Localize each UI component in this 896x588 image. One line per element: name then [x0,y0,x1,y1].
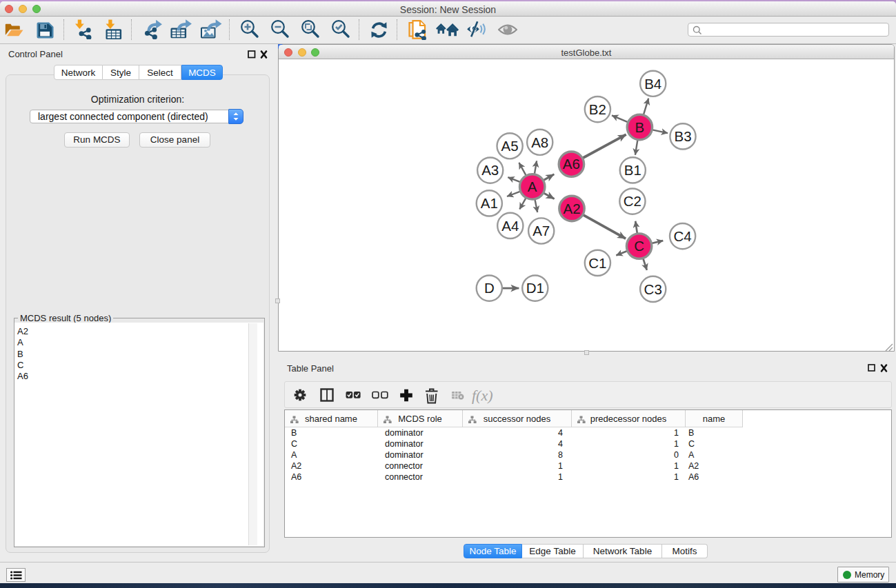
svg-text:B2: B2 [589,101,606,117]
svg-text:A: A [528,179,537,194]
svg-text:A6: A6 [563,156,580,172]
svg-text:C4: C4 [673,228,691,244]
svg-text:D1: D1 [526,280,544,296]
svg-text:B: B [635,119,645,135]
svg-text:A8: A8 [531,134,548,150]
svg-text:A4: A4 [501,218,519,234]
svg-text:B1: B1 [624,162,641,178]
svg-text:B4: B4 [644,76,661,92]
svg-text:f(x): f(x) [472,387,493,404]
svg-text:A1: A1 [481,195,498,211]
svg-text:A5: A5 [501,138,519,154]
svg-text:A2: A2 [563,201,580,216]
svg-text:C1: C1 [588,255,606,271]
svg-text:C2: C2 [624,193,641,209]
svg-text:C3: C3 [644,281,662,297]
svg-text:A7: A7 [532,223,550,239]
svg-text:C: C [634,238,644,254]
svg-text:B3: B3 [674,128,691,144]
svg-text:D: D [484,280,495,296]
svg-text:A3: A3 [481,162,499,178]
